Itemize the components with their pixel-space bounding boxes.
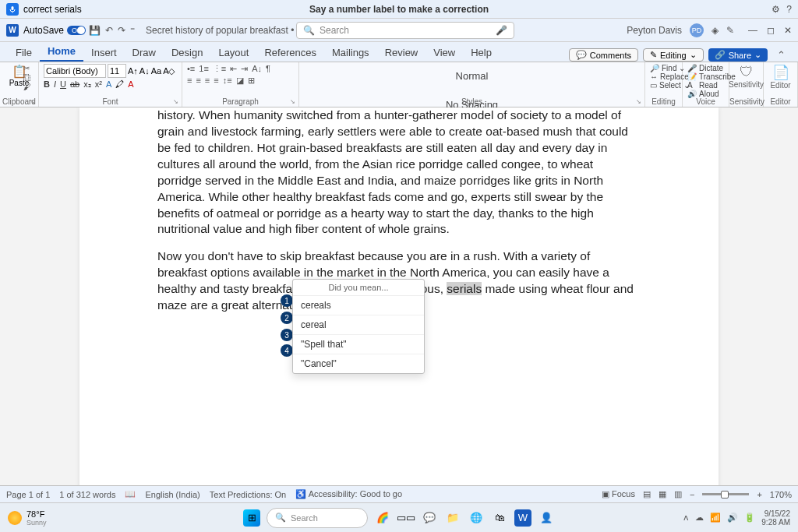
clock[interactable]: 9/15/229:28 AM	[761, 509, 790, 527]
transcribe-button[interactable]: 📝 Transcribe	[687, 72, 724, 81]
bold-button[interactable]: B	[44, 79, 50, 90]
zoom-in-button[interactable]: +	[757, 490, 761, 499]
search-input[interactable]: 🔍 Search 🎤	[296, 22, 514, 39]
popup-option-1[interactable]: cereals	[293, 296, 424, 315]
paragraph-launcher-icon[interactable]: ↘	[290, 98, 295, 105]
save-icon[interactable]: 💾	[89, 25, 101, 36]
multilevel-icon[interactable]: ⋮≡	[213, 64, 226, 74]
clear-format-icon[interactable]: A◇	[163, 66, 175, 76]
onedrive-icon[interactable]: ☁	[695, 513, 704, 523]
minimize-button[interactable]: —	[748, 25, 757, 36]
view-print-icon[interactable]: ▤	[643, 489, 651, 499]
tray-chevron-icon[interactable]: ʌ	[683, 513, 689, 523]
redo-icon[interactable]: ↷	[118, 25, 125, 36]
comments-button[interactable]: 💬 Comments	[569, 48, 638, 62]
zoom-slider[interactable]	[702, 493, 749, 495]
font-color-icon[interactable]: A	[128, 79, 133, 90]
store-icon[interactable]: 🛍	[491, 509, 508, 527]
font-size-select[interactable]	[108, 64, 126, 78]
tab-insert[interactable]: Insert	[83, 44, 125, 62]
shading-icon[interactable]: ◪	[236, 76, 244, 86]
tab-design[interactable]: Design	[164, 44, 210, 62]
text-predictions[interactable]: Text Predictions: On	[210, 490, 286, 499]
borders-icon[interactable]: ⊞	[248, 76, 255, 86]
avatar[interactable]: PD	[690, 23, 704, 37]
highlight-icon[interactable]: 🖍	[115, 79, 124, 90]
tab-view[interactable]: View	[425, 44, 463, 62]
show-marks-icon[interactable]: ¶	[266, 64, 270, 74]
editing-mode-button[interactable]: ✎ Editing ⌄	[643, 48, 704, 62]
zoom-out-button[interactable]: −	[690, 490, 694, 499]
tab-layout[interactable]: Layout	[210, 44, 256, 62]
explorer-icon[interactable]: 📁	[444, 509, 461, 527]
word-count[interactable]: 1 of 312 words	[59, 490, 115, 499]
select-button[interactable]: ▭ Select ⌄	[650, 81, 677, 90]
group-editor[interactable]: 📄 Editor Editor	[764, 62, 798, 107]
language[interactable]: English (India)	[145, 490, 200, 499]
tab-file[interactable]: File	[8, 44, 40, 62]
align-right-icon[interactable]: ≡	[205, 76, 210, 86]
user-name[interactable]: Peyton Davis	[627, 25, 682, 36]
decrease-indent-icon[interactable]: ⇤	[230, 64, 237, 74]
text-effects-icon[interactable]: A	[106, 79, 111, 90]
battery-icon[interactable]: 🔋	[744, 513, 755, 523]
copy-icon[interactable]: ⿻	[23, 73, 31, 82]
group-sensitivity[interactable]: 🛡 Sensitivity Sensitivity	[729, 62, 764, 107]
tab-review[interactable]: Review	[377, 44, 426, 62]
tab-mailings[interactable]: Mailings	[324, 44, 377, 62]
tab-help[interactable]: Help	[463, 44, 500, 62]
help-icon[interactable]: ?	[786, 4, 792, 15]
replace-button[interactable]: ↔ Replace	[650, 72, 677, 81]
format-painter-icon[interactable]: 🖌	[23, 83, 31, 91]
diamond-icon[interactable]: ◈	[711, 25, 719, 36]
tab-references[interactable]: References	[256, 44, 323, 62]
accessibility-status[interactable]: ♿ Accessibility: Good to go	[295, 489, 402, 499]
close-button[interactable]: ✕	[784, 25, 792, 36]
spellcheck-icon[interactable]: 📖	[125, 489, 136, 499]
taskbar-search[interactable]: 🔍Search	[267, 508, 368, 528]
zoom-level[interactable]: 170%	[770, 490, 792, 499]
italic-button[interactable]: I	[54, 79, 56, 90]
page-count[interactable]: Page 1 of 1	[6, 490, 50, 499]
qat-dropdown-icon[interactable]: ⁼	[130, 25, 135, 36]
search-mic-icon[interactable]: 🎤	[496, 25, 507, 36]
share-button[interactable]: 🔗 Share ⌄	[708, 48, 768, 62]
dictate-button[interactable]: 🎤 Dictate	[687, 64, 724, 72]
read-aloud-button[interactable]: A🔊 Read Aloud	[687, 81, 724, 98]
shrink-font-icon[interactable]: A↓	[139, 66, 150, 76]
pen-icon[interactable]: ✎	[726, 25, 734, 36]
popup-option-4[interactable]: "Cancel"	[293, 354, 424, 373]
wifi-icon[interactable]: 📶	[710, 513, 721, 523]
autosave-toggle[interactable]: AutoSave On	[23, 25, 81, 36]
subscript-button[interactable]: x₂	[83, 79, 91, 90]
maximize-button[interactable]: ◻	[767, 25, 775, 36]
start-button[interactable]: ⊞	[243, 509, 260, 527]
volume-icon[interactable]: 🔊	[727, 513, 738, 523]
font-launcher-icon[interactable]: ↘	[173, 98, 178, 105]
strike-button[interactable]: ab	[70, 79, 79, 90]
align-left-icon[interactable]: ≡	[187, 76, 192, 86]
chat-icon[interactable]: 💬	[421, 509, 438, 527]
popup-option-2[interactable]: cereal	[293, 315, 424, 335]
tab-draw[interactable]: Draw	[125, 44, 164, 62]
copilot-icon[interactable]: 🌈	[374, 509, 391, 527]
underline-button[interactable]: U	[60, 79, 66, 90]
increase-indent-icon[interactable]: ⇥	[241, 64, 248, 74]
numbering-icon[interactable]: 1≡	[199, 64, 209, 74]
view-web-icon[interactable]: ▥	[674, 489, 682, 499]
edge-icon[interactable]: 🌐	[468, 509, 485, 527]
sort-icon[interactable]: A↓	[252, 64, 262, 74]
find-button[interactable]: 🔎 Find ⌄	[650, 64, 677, 72]
paragraph-1[interactable]: history. When humanity switched from a h…	[157, 107, 641, 238]
superscript-button[interactable]: x²	[95, 79, 102, 90]
line-spacing-icon[interactable]: ↕≡	[223, 76, 232, 86]
bullets-icon[interactable]: •≡	[187, 64, 195, 74]
task-view-icon[interactable]: ▭▭	[397, 509, 415, 527]
voice-access-icon[interactable]: 👤	[538, 509, 555, 527]
weather-widget[interactable]: 78°FSunny	[0, 509, 47, 527]
collapse-ribbon-icon[interactable]: ⌃	[777, 49, 786, 61]
focus-button[interactable]: ▣ Focus	[602, 489, 635, 499]
tab-home[interactable]: Home	[40, 42, 83, 62]
word-taskbar-icon[interactable]: W	[514, 509, 531, 527]
clipboard-launcher-icon[interactable]: ↘	[30, 98, 35, 105]
